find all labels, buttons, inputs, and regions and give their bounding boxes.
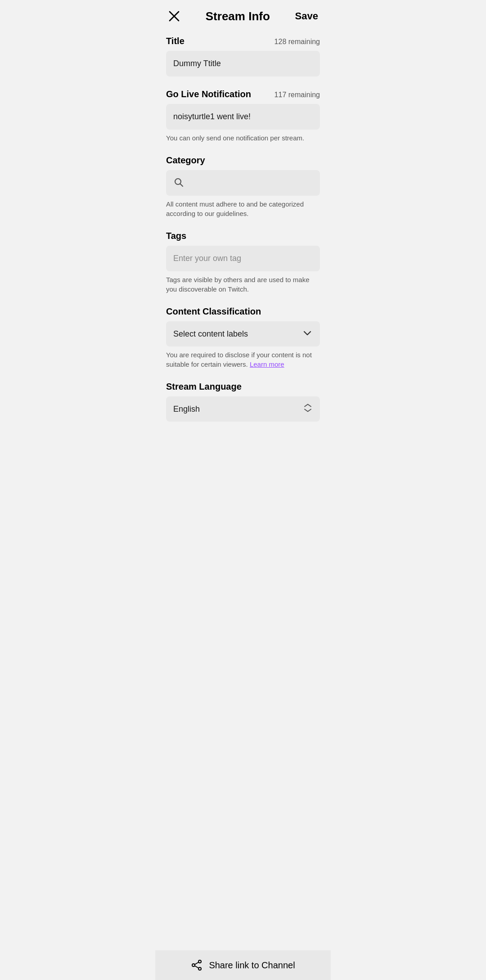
go-live-label: Go Live Notification (166, 89, 251, 99)
category-helper: All content must adhere to and be catego… (166, 199, 320, 218)
language-select[interactable]: English Spanish French German Portuguese… (166, 396, 320, 422)
classification-helper-text: You are required to disclose if your con… (166, 351, 312, 368)
tags-label: Tags (166, 231, 186, 241)
content-area: Title 128 remaining Go Live Notification… (155, 32, 331, 479)
title-section: Title 128 remaining (166, 36, 320, 76)
go-live-remaining: 117 remaining (274, 91, 320, 99)
language-section-header: Stream Language (166, 382, 320, 392)
classification-section-header: Content Classification (166, 306, 320, 317)
go-live-input[interactable] (166, 104, 320, 130)
tags-input[interactable] (166, 246, 320, 271)
classification-select[interactable]: Select content labels Mature Violence Go… (166, 321, 320, 346)
go-live-section: Go Live Notification 117 remaining You c… (166, 89, 320, 143)
share-icon (191, 959, 202, 971)
go-live-helper: You can only send one notification per s… (166, 133, 320, 143)
close-button[interactable] (166, 8, 182, 24)
category-search-input[interactable] (166, 170, 320, 196)
language-select-wrapper: English Spanish French German Portuguese… (166, 396, 320, 422)
tags-section-header: Tags (166, 231, 320, 241)
header: Stream Info Save (155, 0, 331, 32)
learn-more-link[interactable]: Learn more (250, 360, 284, 368)
title-label: Title (166, 36, 184, 46)
category-search-wrapper (166, 170, 320, 196)
page-title: Stream Info (206, 9, 270, 23)
title-input[interactable] (166, 51, 320, 76)
tags-helper: Tags are visible by others and are used … (166, 275, 320, 294)
save-button[interactable]: Save (293, 9, 320, 24)
title-remaining: 128 remaining (274, 38, 320, 46)
close-icon (168, 10, 180, 22)
category-label: Category (166, 155, 205, 166)
title-section-header: Title 128 remaining (166, 36, 320, 46)
go-live-section-header: Go Live Notification 117 remaining (166, 89, 320, 99)
tags-section: Tags Tags are visible by others and are … (166, 231, 320, 294)
share-footer-bar[interactable]: Share link to Channel (155, 950, 331, 980)
language-section: Stream Language English Spanish French G… (166, 382, 320, 422)
category-section: Category All content must adhere to and … (166, 155, 320, 218)
language-label: Stream Language (166, 382, 242, 392)
category-section-header: Category (166, 155, 320, 166)
classification-helper: You are required to disclose if your con… (166, 350, 320, 369)
svg-line-7 (195, 962, 198, 965)
classification-select-wrapper: Select content labels Mature Violence Go… (166, 321, 320, 346)
svg-line-8 (195, 966, 198, 968)
share-label: Share link to Channel (209, 960, 295, 971)
classification-label: Content Classification (166, 306, 261, 317)
classification-section: Content Classification Select content la… (166, 306, 320, 369)
